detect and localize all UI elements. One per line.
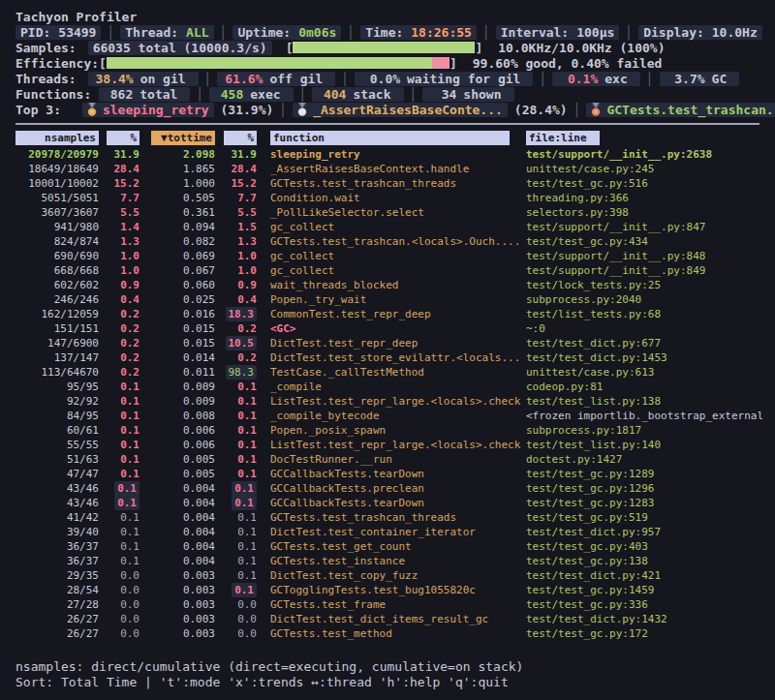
functions-row: Functions: 862total│458exec│404stack│34s… <box>16 86 765 102</box>
cell-pct-direct: 0.2 <box>120 307 140 321</box>
table-row[interactable]: 36/370.10.0040.1GCTests.test_get_countte… <box>16 539 765 554</box>
table-row[interactable]: 43/460.10.0040.1GCCallbackTests.preclean… <box>16 481 765 496</box>
table-row[interactable]: 36/370.10.0040.1GCTests.test_instancetes… <box>16 554 765 568</box>
cell-pct-direct: 0.1 <box>120 452 140 467</box>
cell-file-line: test/test_gc.py:1289 <box>526 467 654 481</box>
efficiency-bar-fill-good <box>107 57 432 69</box>
table-row[interactable]: 10001/1000215.21.00015.2GCTests.test_tra… <box>16 176 765 191</box>
table-row[interactable]: 602/6020.90.0600.9wait_threads_blockedte… <box>16 278 765 292</box>
cell-nsamples: 690/690 <box>54 249 99 263</box>
cell-file-line: selectors.py:398 <box>526 205 629 220</box>
cell-function: TestCase._callTestMethod <box>270 365 424 380</box>
column-header-pct-cumulative[interactable]: % <box>224 131 257 145</box>
stat-chip: 3.7%GC <box>660 72 740 86</box>
table-row[interactable]: 28/540.00.0030.1GCTogglingTests.test_bug… <box>16 583 765 597</box>
stat-desc: exec <box>250 87 280 102</box>
cell-pct-direct: 0.2 <box>120 350 140 365</box>
cell-pct-direct: 0.9 <box>120 278 140 292</box>
cell-file-line: test/test_gc.py:516 <box>526 176 648 191</box>
table-row[interactable]: 941/9801.40.0941.5gc_collecttest/support… <box>16 220 765 234</box>
table-row[interactable]: 147/69000.20.01510.5DictTest.test_repr_d… <box>16 336 765 350</box>
column-header-function[interactable]: function <box>270 131 510 145</box>
bar-open-bracket: [ <box>286 41 294 55</box>
table-row[interactable]: 246/2460.40.0250.4Popen._try_waitsubproc… <box>16 292 765 307</box>
cell-pct-direct: 0.1 <box>120 380 140 394</box>
table-row[interactable]: 151/1510.20.0150.2<GC>~:0 <box>16 321 765 336</box>
cell-function: GCCallbackTests.preclean <box>270 481 424 496</box>
stat-chip: 404stack <box>312 87 403 102</box>
table-row[interactable]: 668/6681.00.0671.0gc_collecttest/support… <box>16 263 765 278</box>
top-function-name: GCTests.test_trashcan... <box>606 103 775 117</box>
cell-file-line: <frozen importlib._bootstrap_external <box>526 409 763 423</box>
cell-pct-cumulative: 1.0 <box>237 263 257 278</box>
footer-keybindings: Sort: Total Time | 't':mode 'x':trends ↔… <box>16 675 765 690</box>
table-row[interactable]: 3607/36075.50.3615.5_PollLikeSelector.se… <box>16 205 765 220</box>
top-function-pct: (31.9%) <box>221 103 274 117</box>
stat-desc: shown <box>463 87 501 102</box>
table-row[interactable]: 43/460.10.0040.1GCCallbackTests.tearDown… <box>16 496 765 510</box>
stat-value: 0.1% <box>557 72 598 86</box>
cell-nsamples: 39/40 <box>67 525 99 539</box>
status-value: 100μs <box>576 25 614 40</box>
cell-function: _compile <box>270 380 322 394</box>
cell-nsamples: 147/6900 <box>47 336 99 350</box>
column-header-tottime-sorted[interactable]: ▼tottime <box>151 131 215 145</box>
cell-pct-cumulative: 0.1 <box>237 409 257 423</box>
column-header-nsamples[interactable]: nsamples <box>16 131 99 145</box>
table-row[interactable]: 26/270.00.0030.0DictTest.test_dict_items… <box>16 612 765 626</box>
table-row[interactable]: 20978/2097931.92.09831.9sleeping_retryte… <box>16 147 765 162</box>
table-row[interactable]: 55/550.10.0060.1ListTest.test_repr_large… <box>16 438 765 452</box>
table-row[interactable]: 47/470.10.0050.1GCCallbackTests.tearDown… <box>16 467 765 481</box>
cell-pct-cumulative: 0.1 <box>237 467 257 481</box>
cell-nsamples: 941/980 <box>54 220 99 234</box>
table-row[interactable]: 51/630.10.0050.1DocTestRunner.__rundocte… <box>16 452 765 467</box>
table-row[interactable]: 92/920.10.0090.1ListTest.test_repr_large… <box>16 394 765 409</box>
cell-pct-direct: 15.2 <box>114 176 140 191</box>
cell-file-line: subprocess.py:1817 <box>526 423 641 438</box>
stat-item: 862total│ <box>99 87 209 102</box>
cell-pct-direct: 0.0 <box>120 626 140 641</box>
cell-function: DictTest.test_store_evilattr.<locals... <box>270 350 520 365</box>
cell-pct-direct: 0.1 <box>120 525 140 539</box>
table-row[interactable]: 824/8741.30.0821.3GCTests.test_trashcan.… <box>16 234 765 249</box>
table-row[interactable]: 39/400.10.0040.1DictTest.test_container_… <box>16 525 765 539</box>
bar-open-bracket: [ <box>99 56 107 71</box>
cell-file-line: doctest.py:1427 <box>526 452 622 467</box>
cell-pct-direct: 0.1 <box>114 481 140 496</box>
bar-close-bracket: ] <box>475 41 482 55</box>
cell-pct-direct: 0.0 <box>120 583 140 597</box>
table-row[interactable]: 5051/50517.70.5057.7Condition.waitthread… <box>16 191 765 205</box>
table-row[interactable]: 27/280.00.0030.0GCTests.test_frametest/t… <box>16 597 765 612</box>
cell-file-line: test/test_gc.py:519 <box>526 510 648 525</box>
status-label: Display: <box>643 25 704 40</box>
table-row[interactable]: 162/120590.20.01618.3CommonTest.test_rep… <box>16 307 765 321</box>
table-row[interactable]: 95/950.10.0090.1_compilecodeop.py:81 <box>16 380 765 394</box>
cell-nsamples: 20978/20979 <box>28 147 99 162</box>
cell-pct-cumulative: 0.9 <box>237 278 257 292</box>
table-row[interactable]: 41/420.10.0040.1GCTests.test_trashcan_th… <box>16 510 765 525</box>
table-row[interactable]: 60/610.10.0060.1Popen._posix_spawnsubpro… <box>16 423 765 438</box>
cell-pct-direct: 0.4 <box>120 292 140 307</box>
cell-pct-direct: 0.2 <box>120 321 140 336</box>
table-row[interactable]: 84/950.10.0080.1_compile_bytecode<frozen… <box>16 409 765 423</box>
samples-summary: 66035 total (10000.3/s) <box>93 41 267 55</box>
table-row[interactable]: 26/270.00.0030.0GCTests.test_methodtest/… <box>16 626 765 641</box>
cell-tottime: 0.015 <box>183 321 215 336</box>
cell-tottime: 0.006 <box>183 438 215 452</box>
status-item: Interval:100μs│ <box>496 25 638 40</box>
cell-nsamples: 36/37 <box>67 554 99 568</box>
stat-value: 404 <box>317 87 346 102</box>
cell-tottime: 0.361 <box>183 205 215 220</box>
table-row[interactable]: 18649/1864928.41.86528.4_AssertRaisesBas… <box>16 162 765 176</box>
status-item: Thread:ALL│ <box>120 25 232 40</box>
stat-chip: 0.1%exc <box>552 72 639 86</box>
table-row[interactable]: 690/6901.00.0691.0gc_collecttest/support… <box>16 249 765 263</box>
stat-item: 458exec│ <box>209 87 312 102</box>
table-row[interactable]: 29/350.00.0030.1DictTest.test_copy_fuzzt… <box>16 568 765 583</box>
column-header-file[interactable]: file:line <box>526 131 600 145</box>
table-row[interactable]: 113/646700.20.01198.3TestCase._callTestM… <box>16 365 765 380</box>
column-header-pct-direct[interactable]: % <box>107 131 140 145</box>
status-value: ALL <box>186 25 208 40</box>
separator: │ <box>482 25 490 40</box>
table-row[interactable]: 137/1470.20.0140.2DictTest.test_store_ev… <box>16 350 765 365</box>
